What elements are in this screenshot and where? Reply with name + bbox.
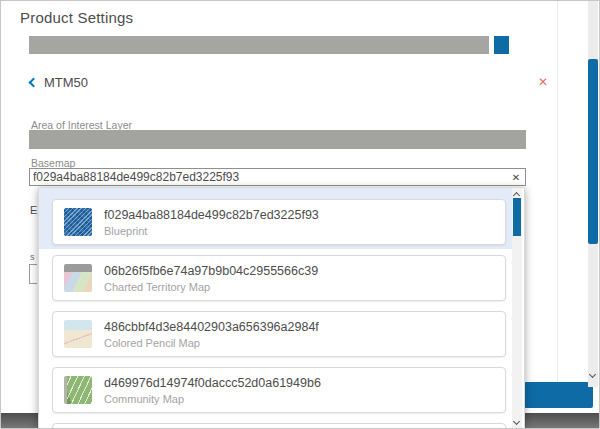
chevron-left-icon: [29, 78, 39, 88]
basemap-thumbnail: [64, 320, 92, 348]
basemap-name: Charted Territory Map: [104, 281, 318, 293]
dropdown-scrollbar-thumb[interactable]: [513, 198, 521, 236]
dialog-scrollbar[interactable]: [588, 1, 598, 387]
aoi-input-redacted[interactable]: [29, 130, 526, 149]
list-item-text: 486cbbf4d3e84402903a656396a2984f Colored…: [104, 320, 319, 349]
basemap-list: f029a4ba88184de499c82b7ed3225f93 Bluepri…: [39, 188, 524, 413]
basemap-id: 06b26f5fb6e74a97b9b04c2955566c39: [104, 264, 318, 278]
chevron-down-icon[interactable]: [513, 418, 520, 425]
back-label: MTM50: [44, 75, 88, 90]
primary-action-button[interactable]: [524, 382, 593, 408]
basemap-dropdown-panel: f029a4ba88184de499c82b7ed3225f93 Bluepri…: [38, 187, 525, 429]
content-edge-divider: [557, 1, 558, 387]
list-item[interactable]: 06b26f5fb6e74a97b9b04c2955566c39 Charted…: [52, 255, 506, 301]
back-button[interactable]: MTM50: [30, 75, 88, 90]
list-item-text: 06b26f5fb6e74a97b9b04c2955566c39 Charted…: [104, 264, 318, 293]
list-item-text: f029a4ba88184de499c82b7ed3225f93 Bluepri…: [104, 208, 319, 237]
basemap-name: Colored Pencil Map: [104, 337, 319, 349]
product-settings-dialog: Product Settings MTM50 ✕ Area of Interes…: [0, 0, 600, 429]
obscured-label-fragment-2: s: [30, 252, 35, 262]
basemap-thumbnail: [64, 264, 92, 292]
basemap-input[interactable]: [29, 168, 526, 186]
basemap-name: Blueprint: [104, 225, 319, 237]
redacted-bar: [29, 36, 489, 54]
obscured-input-fragment[interactable]: [29, 264, 37, 284]
basemap-thumbnail: [64, 376, 92, 404]
dialog-scrollbar-thumb[interactable]: [588, 59, 598, 244]
list-item[interactable]: d469976d14974f0daccc52d0a61949b6 Communi…: [52, 367, 506, 413]
close-button[interactable]: ✕: [534, 73, 552, 91]
basemap-thumbnail: [64, 208, 92, 236]
chevron-down-icon[interactable]: [589, 371, 596, 378]
basemap-id: f029a4ba88184de499c82b7ed3225f93: [104, 208, 319, 222]
basemap-id: 486cbbf4d3e84402903a656396a2984f: [104, 320, 319, 334]
list-item-text: d469976d14974f0daccc52d0a61949b6 Communi…: [104, 376, 321, 405]
list-item[interactable]: f029a4ba88184de499c82b7ed3225f93 Bluepri…: [52, 199, 506, 245]
page-title: Product Settings: [20, 9, 133, 26]
list-item[interactable]: 486cbbf4d3e84402903a656396a2984f Colored…: [52, 311, 506, 357]
basemap-name: Community Map: [104, 393, 321, 405]
clear-icon: ✕: [512, 173, 520, 183]
obscured-label-fragment-1: E: [30, 204, 37, 216]
close-icon: ✕: [538, 76, 548, 88]
redacted-bar-handle: [494, 36, 509, 54]
clear-input-button[interactable]: ✕: [509, 171, 523, 184]
basemap-id: d469976d14974f0daccc52d0a61949b6: [104, 376, 321, 390]
list-item-partial[interactable]: [52, 423, 506, 429]
dropdown-scrollbar[interactable]: [512, 188, 522, 429]
